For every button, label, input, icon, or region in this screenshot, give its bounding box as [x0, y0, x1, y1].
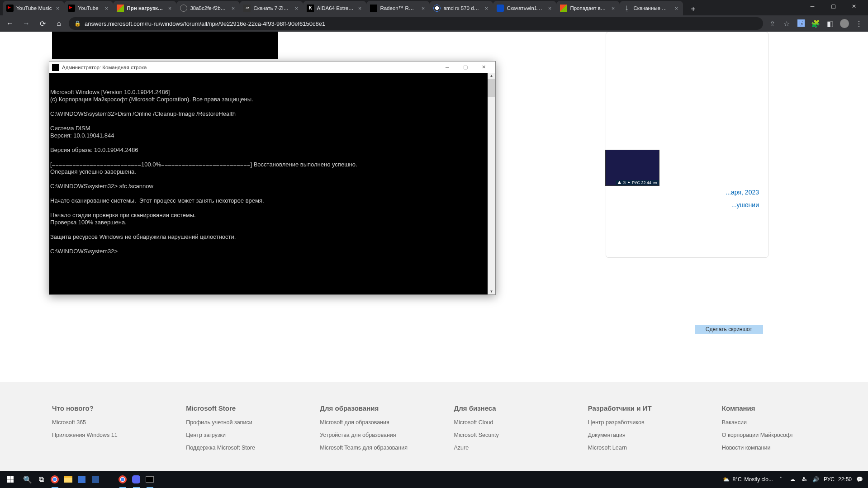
minimize-button[interactable]: ─: [802, 0, 823, 13]
taskbar-chrome-2[interactable]: [116, 471, 129, 488]
taskbar-app1[interactable]: [75, 471, 89, 488]
reload-button[interactable]: ⟳: [36, 17, 49, 30]
close-icon[interactable]: ×: [230, 5, 236, 11]
footer-link[interactable]: Устройства для образования: [320, 432, 414, 438]
screenshot-button[interactable]: Сделать скриншот: [695, 325, 763, 334]
cmd-scrollbar[interactable]: ▲ ▼: [488, 73, 495, 294]
scroll-down-icon[interactable]: ▼: [488, 289, 495, 294]
chevron-up-icon[interactable]: ˄: [777, 475, 785, 483]
volume-icon[interactable]: 🔊: [812, 475, 820, 483]
site-icon: [497, 5, 504, 12]
footer-link[interactable]: Microsoft Cloud: [454, 419, 548, 426]
tab-label: При нагрузке в...: [127, 5, 164, 11]
close-icon[interactable]: ×: [166, 5, 173, 11]
footer-link[interactable]: О корпорации Майкрософт: [722, 432, 816, 438]
footer-link[interactable]: Приложения Windows 11: [52, 432, 146, 438]
close-icon[interactable]: ×: [483, 5, 489, 11]
close-button[interactable]: ✕: [844, 0, 864, 13]
footer-link[interactable]: Документация: [588, 432, 682, 438]
close-icon[interactable]: ×: [546, 5, 553, 11]
sidepanel-icon[interactable]: ◧: [825, 18, 835, 29]
share-icon[interactable]: ⇪: [767, 18, 778, 29]
taskbar-explorer[interactable]: [62, 471, 75, 488]
tab-label: Скачатьwin10...: [507, 5, 544, 11]
profile-icon[interactable]: [839, 18, 850, 29]
cmd-maximize-button[interactable]: ▢: [456, 62, 474, 73]
translate-icon[interactable]: 🅶: [796, 18, 806, 29]
tab-ms-answers-2[interactable]: Пропадает ви... ×: [556, 1, 620, 15]
url-text: answers.microsoft.com/ru-ru/windows/foru…: [85, 20, 325, 27]
footer-link[interactable]: Microsoft Security: [454, 432, 548, 438]
tab-radeon[interactable]: Radeon™ RX 57... ×: [366, 1, 430, 15]
footer-link[interactable]: Новости компании: [722, 445, 816, 451]
tab-youtube-music[interactable]: YouTube Music ×: [3, 1, 64, 15]
taskbar-cmd[interactable]: [143, 471, 157, 488]
cmd-titlebar[interactable]: Администратор: Командная строка ─ ▢ ✕: [49, 62, 495, 73]
footer-link[interactable]: Microsoft 365: [52, 419, 146, 426]
footer-link[interactable]: Microsoft для образования: [320, 419, 414, 426]
start-button[interactable]: [0, 471, 21, 488]
footer-link[interactable]: Поддержка Microsoft Store: [186, 445, 280, 451]
sidebar-link-topic[interactable]: ...ушении: [731, 201, 759, 208]
new-tab-button[interactable]: +: [687, 3, 699, 15]
onedrive-icon[interactable]: ☁: [788, 475, 797, 483]
notifications-icon[interactable]: 💬: [855, 475, 863, 483]
cmd-body[interactable]: Microsoft Windows [Version 10.0.19044.24…: [49, 73, 495, 294]
embedded-image-placeholder: [52, 32, 278, 59]
tab-download-win10[interactable]: Скачатьwin10... ×: [493, 1, 556, 15]
taskbar-app2[interactable]: [89, 471, 102, 488]
close-icon[interactable]: ×: [54, 5, 61, 11]
close-icon[interactable]: ×: [103, 5, 109, 11]
close-icon[interactable]: ×: [610, 5, 616, 11]
menu-icon[interactable]: ⋮: [854, 18, 864, 29]
footer-link[interactable]: Центр разработчиков: [588, 419, 682, 426]
footer-heading: Для бизнеса: [454, 404, 548, 412]
cmd-minimize-button[interactable]: ─: [438, 62, 456, 73]
footer-column: Microsoft StoreПрофиль учетной записиЦен…: [186, 404, 280, 457]
sidebar-card: ⯅ ⏲ ☁ РУС 22:44 ▭ ...аря, 2023 ...ушении: [606, 32, 768, 258]
footer-link[interactable]: Microsoft Teams для образования: [320, 445, 414, 451]
scroll-up-icon[interactable]: ▲: [488, 73, 495, 79]
close-icon[interactable]: ×: [673, 5, 679, 11]
footer-link[interactable]: Вакансии: [722, 419, 816, 426]
close-icon[interactable]: ×: [356, 5, 363, 11]
close-icon[interactable]: ×: [293, 5, 299, 11]
weather-widget[interactable]: ⛅ 8°C Mostly clo...: [723, 476, 773, 483]
tab-aida64[interactable]: K AIDA64 Extrem... ×: [303, 1, 366, 15]
home-button[interactable]: ⌂: [52, 17, 65, 30]
scroll-thumb[interactable]: [488, 79, 495, 97]
taskbar-left: 🔍 ⧉: [0, 471, 157, 488]
network-icon[interactable]: 🖧: [800, 475, 808, 483]
svg-rect-2: [7, 479, 10, 483]
close-icon[interactable]: ×: [420, 5, 426, 11]
tab-youtube[interactable]: YouTube ×: [64, 1, 113, 15]
maximize-button[interactable]: ▢: [823, 0, 844, 13]
footer-link[interactable]: Центр загрузки: [186, 432, 280, 438]
cmd-window[interactable]: Администратор: Командная строка ─ ▢ ✕ Mi…: [49, 61, 496, 295]
search-button[interactable]: 🔍: [21, 471, 34, 488]
tab-38a5c[interactable]: 38a5c2fe-f2b0... ×: [176, 1, 240, 15]
footer-link[interactable]: Azure: [454, 445, 548, 451]
language-indicator[interactable]: РУС: [824, 476, 835, 483]
forward-button[interactable]: →: [20, 17, 33, 30]
tab-7zip[interactable]: 7z Скачать 7-Zip ... ×: [240, 1, 303, 15]
sidebar-link-date[interactable]: ...аря, 2023: [726, 189, 759, 196]
embedded-thumbnail[interactable]: ⯅ ⏲ ☁ РУС 22:44 ▭: [605, 150, 659, 186]
task-view-button[interactable]: ⧉: [34, 471, 48, 488]
tab-label: AIDA64 Extrem...: [317, 5, 354, 11]
tab-ms-answers[interactable]: При нагрузке в... ×: [113, 1, 176, 15]
footer-link[interactable]: Microsoft Learn: [588, 445, 682, 451]
address-bar[interactable]: 🔒 answers.microsoft.com/ru-ru/windows/fo…: [69, 17, 763, 30]
tab-google-search[interactable]: amd rx 570 dri... ×: [430, 1, 493, 15]
back-button[interactable]: ←: [4, 17, 16, 30]
bookmark-icon[interactable]: ☆: [781, 18, 792, 29]
cmd-close-button[interactable]: ✕: [474, 62, 493, 73]
extensions-icon[interactable]: 🧩: [810, 18, 821, 29]
clock[interactable]: 22:50: [838, 476, 852, 483]
taskbar-discord[interactable]: [129, 471, 143, 488]
footer-link[interactable]: Профиль учетной записи: [186, 419, 280, 426]
tab-downloads[interactable]: ⭳ Скачанные фа... ×: [620, 1, 683, 15]
weather-icon: ⛅: [723, 476, 730, 483]
taskbar-chrome[interactable]: [48, 471, 62, 488]
microsoft-icon: [560, 5, 567, 12]
